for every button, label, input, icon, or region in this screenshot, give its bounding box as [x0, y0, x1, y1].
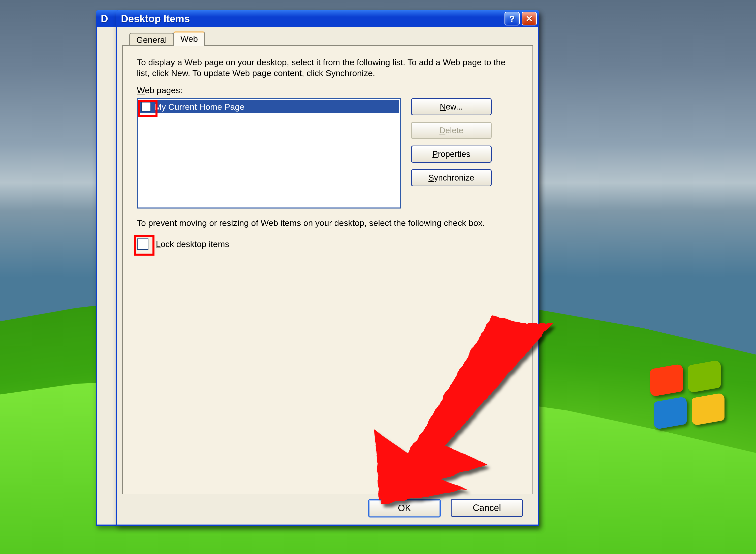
lock-desktop-items-label[interactable]: Lock desktop items [153, 239, 229, 249]
web-tab-description: To display a Web page on your desktop, s… [137, 57, 518, 78]
help-icon: ? [510, 14, 515, 24]
properties-button[interactable]: Properties [411, 146, 492, 163]
winlogo-yellow [692, 393, 724, 426]
web-pages-listbox[interactable]: My Current Home Page [137, 98, 401, 209]
tab-web[interactable]: Web [173, 32, 205, 46]
new-button[interactable]: New... [411, 98, 492, 115]
web-pages-button-column: New... Delete Properties Synchronize [411, 98, 492, 186]
titlebar-close-button[interactable]: ✕ [522, 12, 537, 25]
background-dialog-title: D [101, 13, 108, 24]
tab-row: General Web [129, 32, 204, 46]
desktop-items-dialog: Desktop Items ? ✕ General Web To display… [116, 10, 539, 526]
synchronize-button[interactable]: Synchronize [411, 169, 492, 186]
dialog-titlebar[interactable]: Desktop Items ? ✕ [116, 10, 539, 27]
web-page-item-label: My Current Home Page [154, 102, 244, 112]
titlebar-help-button[interactable]: ? [505, 12, 520, 25]
winlogo-blue [654, 396, 687, 430]
delete-button: Delete [411, 122, 492, 139]
dialog-action-row: OK Cancel [368, 499, 523, 517]
dialog-client-area: General Web To display a Web page on you… [116, 27, 539, 526]
ok-button[interactable]: OK [368, 499, 441, 517]
web-page-item[interactable]: My Current Home Page [139, 100, 399, 113]
winlogo-green [688, 360, 721, 393]
lock-description: To prevent moving or resizing of Web ite… [137, 218, 518, 228]
windows-logo [650, 363, 726, 428]
web-tab-panel: To display a Web page on your desktop, s… [122, 45, 533, 494]
cancel-button[interactable]: Cancel [451, 499, 523, 517]
close-icon: ✕ [526, 14, 533, 24]
desktop-background: D ✕ Desktop Items ? ✕ General Web [0, 0, 756, 554]
web-pages-label-underline: W [137, 86, 145, 95]
dialog-title: Desktop Items [121, 13, 190, 24]
tab-general[interactable]: General [129, 33, 174, 47]
web-page-item-checkbox[interactable] [141, 102, 151, 112]
winlogo-red [650, 364, 683, 397]
web-pages-label: Web pages: [137, 86, 518, 95]
lock-desktop-items-checkbox[interactable] [137, 238, 148, 250]
